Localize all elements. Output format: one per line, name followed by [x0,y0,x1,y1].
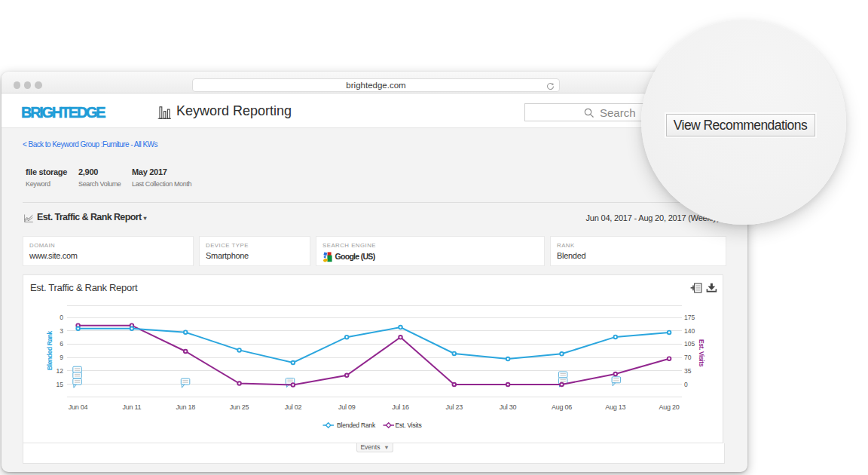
svg-text:Blended Rank: Blended Rank [46,330,53,370]
svg-text:Jun 18: Jun 18 [176,403,195,411]
svg-text:Jul 02: Jul 02 [285,403,302,411]
svg-text:140: 140 [684,327,695,335]
svg-text:0: 0 [60,314,63,321]
svg-text:12: 12 [57,367,64,375]
svg-text:175: 175 [684,314,695,321]
svg-text:Est. Visits: Est. Visits [396,421,422,429]
svg-text:35: 35 [684,367,692,375]
svg-text:Aug 13: Aug 13 [605,403,625,411]
svg-text:Jul 23: Jul 23 [446,403,463,411]
svg-text:15: 15 [57,381,64,388]
svg-text:0: 0 [684,381,688,388]
svg-text:6: 6 [60,340,63,348]
svg-text:70: 70 [684,354,692,361]
svg-text:Blended Rank: Blended Rank [337,421,376,429]
svg-text:Jun 25: Jun 25 [230,403,249,411]
svg-text:Jul 09: Jul 09 [338,403,356,411]
svg-text:Aug 20: Aug 20 [659,403,680,411]
svg-text:Jun 04: Jun 04 [69,403,88,411]
svg-text:3: 3 [60,327,63,335]
svg-text:Aug 06: Aug 06 [552,403,572,411]
svg-text:9: 9 [60,354,63,361]
svg-text:Est. Visits: Est. Visits [698,339,705,367]
svg-text:Jul 30: Jul 30 [500,403,517,411]
svg-text:105: 105 [684,340,695,348]
svg-text:Jun 11: Jun 11 [122,403,141,411]
svg-text:Jul 16: Jul 16 [392,403,409,411]
